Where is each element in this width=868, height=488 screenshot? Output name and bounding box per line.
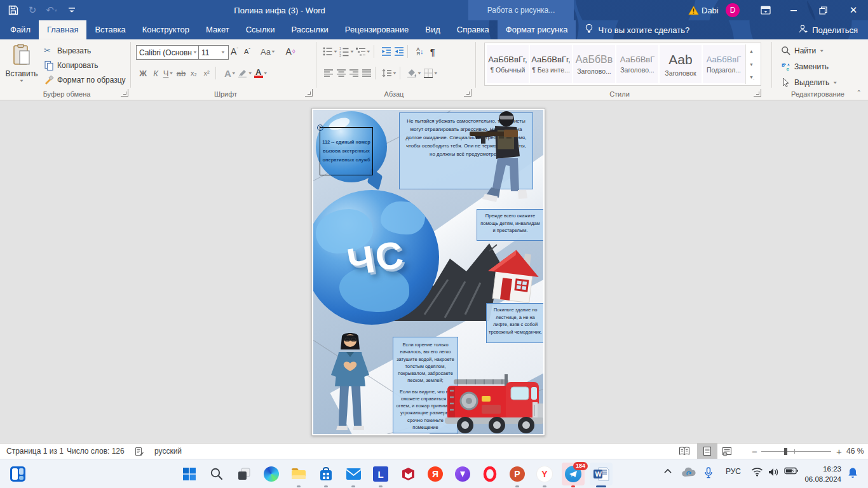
italic-button[interactable]: К (150, 66, 161, 80)
zoom-slider-thumb[interactable] (784, 448, 787, 455)
line-spacing-button[interactable]: ▼ (382, 66, 397, 80)
web-layout-button[interactable] (722, 444, 733, 459)
word-icon[interactable]: W (590, 463, 613, 485)
find-button[interactable]: Найти▼ (779, 44, 826, 57)
shrink-font-button[interactable]: Аˇ (241, 44, 253, 58)
tell-me-box[interactable]: Что вы хотите сделать? (585, 20, 689, 39)
tab-references[interactable]: Ссылки (238, 20, 283, 39)
opera-icon[interactable] (481, 465, 499, 483)
start-button[interactable] (180, 465, 198, 483)
nurse-image[interactable] (321, 330, 379, 433)
align-center-button[interactable] (336, 66, 347, 80)
cut-button[interactable]: ✂ Вырезать (42, 44, 93, 57)
style-card-normal[interactable]: АаБбВвГг, ¶ Обычный (487, 45, 529, 83)
clear-formatting-button[interactable]: А◊ (285, 44, 296, 58)
clipboard-dialog-launcher[interactable] (121, 89, 128, 97)
ribbon-display-options-icon[interactable] (755, 0, 776, 20)
text-effects-button[interactable]: А▼ (224, 66, 236, 80)
l-app-icon[interactable]: L (372, 465, 390, 483)
document-page[interactable]: ⟲ 112 -- единый номер вызова экстренных … (311, 108, 545, 436)
house-image[interactable] (477, 238, 543, 309)
read-mode-button[interactable] (679, 444, 690, 459)
close-button[interactable]: ✕ (843, 0, 864, 20)
style-card-title[interactable]: Аab Заголовок (660, 45, 702, 83)
notification-bell-icon[interactable] (848, 467, 858, 478)
paste-button[interactable]: Вставить ▼ (5, 43, 38, 85)
tab-insert[interactable]: Вставка (86, 20, 133, 39)
wifi-icon[interactable] (751, 467, 763, 477)
font-size-combo[interactable]: 11 ▼ (198, 45, 229, 60)
first-aid-textbox[interactable]: Прежде всего окажите помощь детям, инвал… (477, 209, 543, 241)
tab-layout[interactable]: Макет (198, 20, 238, 39)
collapse-ribbon-icon[interactable]: ⌃ (857, 89, 862, 96)
language-switch[interactable]: РУС (726, 467, 741, 476)
clock[interactable]: 16:23 06.08.2024 (802, 464, 841, 484)
paragraph-dialog-launcher[interactable] (464, 89, 471, 97)
style-card-subtitle[interactable]: АаБбВвГ Подзагол... (703, 45, 745, 83)
sort-button[interactable]: АЯ ↓ (414, 44, 426, 58)
battery-icon[interactable] (784, 467, 798, 475)
telegram-icon[interactable]: 184 (562, 463, 585, 485)
zoom-in-button[interactable]: + (836, 444, 842, 459)
fire-truck-image[interactable] (442, 370, 543, 434)
styles-scroll-up[interactable]: ▲ (746, 44, 757, 58)
styles-scroll-down[interactable]: ▼ (746, 58, 757, 71)
warning-icon[interactable] (685, 0, 702, 20)
font-color-button[interactable]: А ▼ (254, 66, 268, 80)
styles-more-button[interactable]: ▼̱ (746, 71, 757, 84)
alisa-icon[interactable] (454, 465, 471, 483)
copy-button[interactable]: Копировать (42, 59, 100, 72)
language-indicator[interactable]: русский (154, 444, 182, 459)
style-card-heading2[interactable]: АаБбВвГ Заголово... (616, 45, 658, 83)
tab-view[interactable]: Вид (417, 20, 449, 39)
zoom-slider[interactable] (761, 444, 831, 459)
font-dialog-launcher[interactable] (305, 89, 313, 97)
format-painter-button[interactable]: Формат по образцу (42, 74, 128, 86)
proofing-icon[interactable] (135, 444, 144, 459)
underline-button[interactable]: Ч▼ (163, 66, 174, 80)
search-icon[interactable] (208, 465, 226, 483)
select-button[interactable]: Выделить▼ (779, 76, 839, 89)
file-explorer-icon[interactable] (290, 465, 308, 483)
numbering-button[interactable]: 123▼ (339, 44, 355, 58)
microsoft-store-icon[interactable] (317, 465, 335, 483)
mcafee-icon[interactable] (399, 465, 417, 483)
replace-button[interactable]: bc Заменить (779, 60, 831, 73)
document-area[interactable]: ⟲ 112 -- единый номер вызова экстренных … (0, 100, 868, 443)
justify-button[interactable] (361, 66, 372, 80)
multilevel-list-button[interactable]: ▼ (356, 44, 371, 58)
strikethrough-button[interactable]: ab (175, 66, 187, 80)
tab-file[interactable]: Файл (0, 20, 39, 39)
microphone-icon[interactable] (704, 467, 713, 478)
rotate-handle[interactable]: ⟲ (317, 125, 323, 131)
style-card-heading1[interactable]: АаБбВв Заголово... (573, 45, 615, 83)
mail-icon[interactable] (344, 465, 362, 483)
widgets-icon[interactable] (9, 465, 27, 483)
styles-dialog-launcher[interactable] (754, 89, 761, 97)
grow-font-button[interactable]: Аˆ (229, 44, 240, 58)
yandex-browser-icon[interactable]: Я (426, 465, 444, 483)
page-indicator[interactable]: Страница 1 из 1 (6, 444, 64, 459)
share-button[interactable]: Поделиться (799, 20, 868, 39)
subscript-button[interactable]: x₂ (188, 66, 200, 80)
powerpoint-icon[interactable]: P (508, 465, 526, 483)
task-view-icon[interactable] (235, 465, 253, 483)
minimize-button[interactable] (783, 0, 804, 20)
borders-button[interactable]: ▼ (423, 66, 438, 80)
font-name-combo[interactable]: Calibri (Основн ▼ (136, 45, 201, 60)
tab-design[interactable]: Конструктор (134, 20, 198, 39)
align-left-button[interactable] (323, 66, 334, 80)
bullets-button[interactable]: ▼ (323, 44, 338, 58)
edge-browser-icon[interactable] (262, 465, 280, 483)
pilcrow-button[interactable]: ¶ (427, 44, 438, 58)
zoom-percent[interactable]: 46 % (846, 444, 864, 459)
tab-mailings[interactable]: Рассылки (283, 20, 336, 39)
emergency-number-textbox[interactable]: ⟲ 112 -- единый номер вызова экстренных … (320, 127, 373, 175)
yandex-music-icon[interactable]: Y (536, 465, 553, 483)
bold-button[interactable]: Ж (137, 66, 149, 80)
change-case-button[interactable]: Аа▼ (261, 44, 276, 58)
evacuation-textbox[interactable]: Покиньте здание по лестнице, а не на лиф… (486, 303, 543, 343)
speaker-icon[interactable] (768, 467, 779, 477)
style-card-no-spacing[interactable]: АаБбВвГг, ¶ Без инте... (530, 45, 572, 83)
onedrive-icon[interactable] (681, 467, 696, 478)
